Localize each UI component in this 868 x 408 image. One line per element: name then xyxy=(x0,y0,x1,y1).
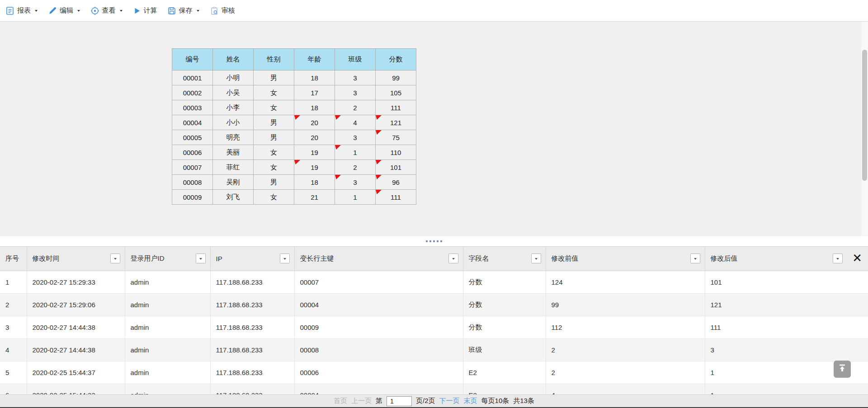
save-button[interactable]: 保存 ▼ xyxy=(167,6,200,15)
sheet-cell[interactable]: 3 xyxy=(335,70,376,85)
cell-value: 111 xyxy=(391,193,401,201)
sheet-column-header: 编号 xyxy=(172,49,213,70)
sheet-cell[interactable]: 17 xyxy=(294,85,335,100)
sheet-cell[interactable]: 75 xyxy=(376,130,416,145)
log-row[interactable]: 12020-02-27 15:29:33admin117.188.68.2330… xyxy=(0,271,868,293)
modified-flag-icon xyxy=(376,115,382,120)
panel-splitter[interactable] xyxy=(0,236,868,246)
first-page-link[interactable]: 首页 xyxy=(334,397,347,405)
sheet-cell[interactable]: 19 xyxy=(294,145,335,160)
sheet-cell[interactable]: 3 xyxy=(335,130,376,145)
sheet-cell[interactable]: 00002 xyxy=(172,85,213,100)
sheet-cell[interactable]: 105 xyxy=(376,85,416,100)
sheet-cell[interactable]: 3 xyxy=(335,85,376,100)
sheet-cell[interactable]: 女 xyxy=(254,100,294,115)
log-cell: 3 xyxy=(0,316,27,338)
filter-button[interactable]: ▼ xyxy=(531,253,541,263)
close-icon[interactable]: ✕ xyxy=(852,252,862,264)
sheet-cell[interactable]: 小李 xyxy=(213,100,254,115)
cell-value: 111 xyxy=(391,104,401,112)
report-button-label: 报表 xyxy=(17,6,31,15)
report-button[interactable]: 报表 ▼ xyxy=(5,6,38,15)
sheet-cell[interactable]: 3 xyxy=(335,175,376,190)
calculate-button[interactable]: 计算 xyxy=(133,6,157,15)
sheet-cell[interactable]: 刘飞 xyxy=(213,190,254,205)
sheet-cell[interactable]: 99 xyxy=(376,70,416,85)
sheet-cell[interactable]: 00001 xyxy=(172,70,213,85)
calculate-icon xyxy=(133,7,141,15)
scrollbar-thumb[interactable] xyxy=(862,50,867,181)
log-cell: 2020-02-25 15:44:33 xyxy=(27,384,125,394)
filter-button[interactable]: ▼ xyxy=(690,253,700,263)
view-button-label: 查看 xyxy=(102,6,116,15)
log-column-header: 序号 xyxy=(0,247,27,271)
sheet-cell[interactable]: 女 xyxy=(254,145,294,160)
last-page-link[interactable]: 末页 xyxy=(464,397,477,405)
sheet-cell[interactable]: 小小 xyxy=(213,115,254,130)
sheet-cell[interactable]: 2 xyxy=(335,100,376,115)
log-row[interactable]: 32020-02-27 14:44:38admin117.188.68.2330… xyxy=(0,316,868,338)
sheet-cell[interactable]: 101 xyxy=(376,160,416,175)
next-page-link[interactable]: 下一页 xyxy=(439,397,460,405)
sheet-cell[interactable]: 18 xyxy=(294,100,335,115)
sheet-cell[interactable]: 00003 xyxy=(172,100,213,115)
vertical-scrollbar[interactable] xyxy=(861,22,868,236)
filter-dropdown-icon: ▼ xyxy=(113,257,118,260)
filter-button[interactable]: ▼ xyxy=(110,253,120,263)
sheet-cell[interactable]: 男 xyxy=(254,175,294,190)
log-row[interactable]: 22020-02-27 15:29:06admin117.188.68.2330… xyxy=(0,293,868,316)
cell-value: 18 xyxy=(311,104,318,112)
sheet-cell[interactable]: 21 xyxy=(294,190,335,205)
sheet-cell[interactable]: 女 xyxy=(254,160,294,175)
sheet-cell[interactable]: 1 xyxy=(335,190,376,205)
page-number-input[interactable] xyxy=(387,396,412,406)
sheet-cell[interactable]: 111 xyxy=(376,100,416,115)
log-cell: admin xyxy=(125,271,210,293)
sheet-cell[interactable]: 00006 xyxy=(172,145,213,160)
sheet-cell[interactable]: 110 xyxy=(376,145,416,160)
sheet-cell[interactable]: 00009 xyxy=(172,190,213,205)
edit-button[interactable]: 编辑 ▼ xyxy=(48,6,80,15)
log-cell: admin xyxy=(125,316,210,338)
log-cell: 112 xyxy=(546,316,705,338)
filter-button[interactable]: ▼ xyxy=(448,253,458,263)
prev-page-link[interactable]: 上一页 xyxy=(351,397,372,405)
log-row[interactable]: 62020-02-25 15:44:33admin117.188.68.2330… xyxy=(0,384,868,394)
sheet-cell[interactable]: 00007 xyxy=(172,160,213,175)
sheet-cell[interactable]: 2 xyxy=(335,160,376,175)
log-row[interactable]: 42020-02-27 14:44:38admin117.188.68.2330… xyxy=(0,338,868,361)
log-cell: 2020-02-27 15:29:33 xyxy=(27,271,125,293)
sheet-cell[interactable]: 菲红 xyxy=(213,160,254,175)
sheet-cell[interactable]: 20 xyxy=(294,130,335,145)
filter-button[interactable]: ▼ xyxy=(196,253,206,263)
sheet-cell[interactable]: 小明 xyxy=(213,70,254,85)
filter-button[interactable]: ▼ xyxy=(833,253,843,263)
sheet-cell[interactable]: 111 xyxy=(376,190,416,205)
sheet-cell[interactable]: 女 xyxy=(254,85,294,100)
sheet-cell[interactable]: 小吴 xyxy=(213,85,254,100)
sheet-cell[interactable]: 00004 xyxy=(172,115,213,130)
view-button[interactable]: 查看 ▼ xyxy=(90,6,123,15)
log-cell: 2020-02-27 14:44:38 xyxy=(27,338,125,361)
sheet-cell[interactable]: 男 xyxy=(254,115,294,130)
sheet-cell[interactable]: 18 xyxy=(294,70,335,85)
sheet-cell[interactable]: 吴刚 xyxy=(213,175,254,190)
sheet-cell[interactable]: 男 xyxy=(254,70,294,85)
sheet-cell[interactable]: 女 xyxy=(254,190,294,205)
sheet-cell[interactable]: 19 xyxy=(294,160,335,175)
sheet-cell[interactable]: 00005 xyxy=(172,130,213,145)
sheet-cell[interactable]: 男 xyxy=(254,130,294,145)
audit-button[interactable]: 审核 xyxy=(210,6,235,15)
sheet-cell[interactable]: 00008 xyxy=(172,175,213,190)
log-row[interactable]: 52020-02-25 15:44:37admin117.188.68.2330… xyxy=(0,361,868,384)
sheet-cell[interactable]: 20 xyxy=(294,115,335,130)
sheet-cell[interactable]: 美丽 xyxy=(213,145,254,160)
sheet-cell[interactable]: 1 xyxy=(335,145,376,160)
sheet-cell[interactable]: 明亮 xyxy=(213,130,254,145)
filter-button[interactable]: ▼ xyxy=(280,253,290,263)
sheet-cell[interactable]: 18 xyxy=(294,175,335,190)
back-to-top-button[interactable] xyxy=(834,361,851,378)
sheet-cell[interactable]: 4 xyxy=(335,115,376,130)
sheet-cell[interactable]: 96 xyxy=(376,175,416,190)
sheet-cell[interactable]: 121 xyxy=(376,115,416,130)
